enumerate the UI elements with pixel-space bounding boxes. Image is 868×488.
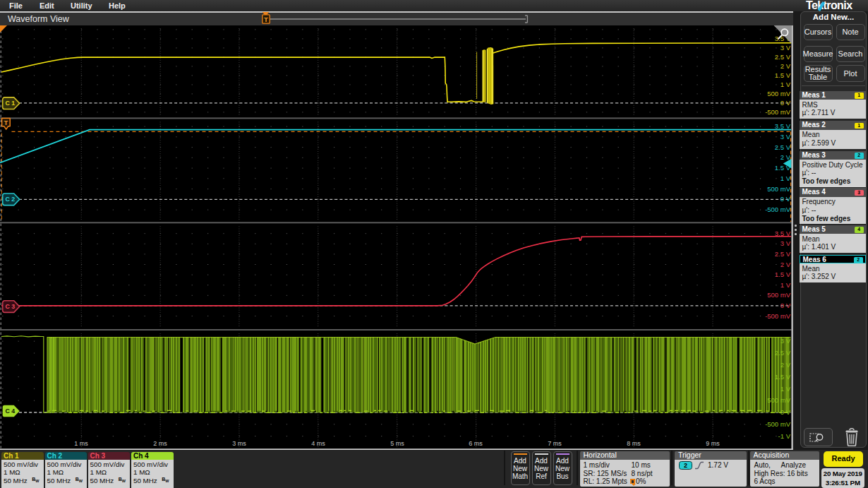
svg-text:0 V: 0 V bbox=[780, 408, 791, 416]
svg-text:1 V: 1 V bbox=[780, 174, 791, 182]
svg-text:3 ms: 3 ms bbox=[232, 439, 246, 446]
svg-text:7 ms: 7 ms bbox=[548, 439, 562, 446]
svg-text:4 ms: 4 ms bbox=[311, 439, 325, 446]
svg-text:3 V: 3 V bbox=[780, 337, 791, 345]
svg-text:-500 mV: -500 mV bbox=[765, 311, 791, 319]
svg-text:C 1: C 1 bbox=[5, 100, 15, 107]
svg-text:1.5 V: 1.5 V bbox=[775, 372, 791, 380]
svg-text:500 mV: 500 mV bbox=[767, 90, 790, 97]
svg-text:2 ms: 2 ms bbox=[153, 439, 167, 446]
svg-text:500 mV: 500 mV bbox=[767, 184, 790, 192]
svg-text:3 V: 3 V bbox=[780, 239, 791, 247]
svg-text:8 ms: 8 ms bbox=[627, 439, 641, 446]
svg-text:2.5 V: 2.5 V bbox=[775, 143, 791, 150]
svg-text:0 V: 0 V bbox=[780, 195, 791, 203]
svg-text:-1 V: -1 V bbox=[778, 432, 791, 439]
svg-text:2.5 V: 2.5 V bbox=[775, 250, 791, 258]
svg-text:3 V: 3 V bbox=[780, 44, 791, 52]
svg-text:0 V: 0 V bbox=[780, 99, 791, 107]
svg-text:1 V: 1 V bbox=[780, 384, 791, 392]
svg-text:C 4: C 4 bbox=[5, 407, 15, 415]
svg-text:-500 mV: -500 mV bbox=[765, 108, 791, 116]
svg-text:3.5 V: 3.5 V bbox=[775, 122, 791, 130]
svg-text:2 V: 2 V bbox=[780, 62, 791, 70]
svg-text:1 V: 1 V bbox=[780, 280, 791, 288]
svg-text:-500 mV: -500 mV bbox=[765, 206, 791, 213]
svg-text:9 ms: 9 ms bbox=[706, 439, 720, 446]
svg-text:1 ms: 1 ms bbox=[74, 439, 88, 446]
svg-text:500 mV: 500 mV bbox=[767, 396, 790, 404]
svg-text:0 V: 0 V bbox=[780, 302, 791, 309]
svg-text:2 V: 2 V bbox=[780, 360, 791, 368]
svg-text:2 V: 2 V bbox=[780, 260, 791, 268]
svg-text:500 mV: 500 mV bbox=[767, 291, 790, 299]
svg-text:3 V: 3 V bbox=[780, 133, 791, 141]
svg-text:2.5 V: 2.5 V bbox=[775, 349, 791, 357]
svg-text:T: T bbox=[264, 16, 268, 23]
svg-text:5 ms: 5 ms bbox=[390, 439, 404, 446]
svg-text:1.5 V: 1.5 V bbox=[775, 270, 791, 278]
svg-text:1.5 V: 1.5 V bbox=[775, 71, 791, 79]
svg-text:C 2: C 2 bbox=[5, 196, 15, 203]
svg-text:2.5 V: 2.5 V bbox=[775, 53, 791, 61]
svg-text:C 3: C 3 bbox=[5, 303, 15, 310]
svg-text:-500 mV: -500 mV bbox=[765, 419, 791, 427]
svg-text:T: T bbox=[4, 119, 8, 126]
svg-text:6 ms: 6 ms bbox=[469, 439, 483, 446]
svg-text:1 V: 1 V bbox=[780, 81, 791, 88]
